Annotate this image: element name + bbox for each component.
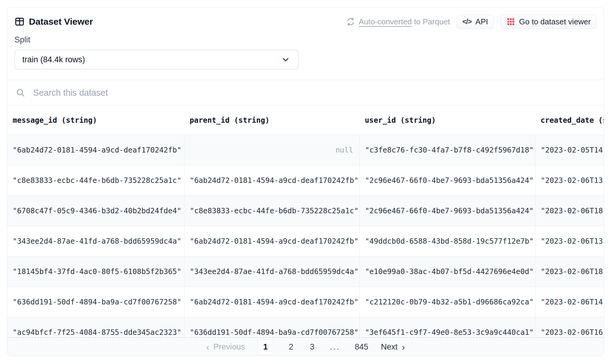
auto-converted-note: Auto-converted to Parquet bbox=[346, 17, 450, 26]
table-cell: "6ab24d72-0181-4594-a9cd-deaf170242fb" bbox=[7, 135, 184, 165]
table-cell: "6ab24d72-0181-4594-a9cd-deaf170242fb" bbox=[184, 287, 359, 317]
chevron-left-icon: ‹ bbox=[206, 343, 209, 352]
next-button[interactable]: Next › bbox=[381, 342, 405, 352]
table-cell: "2c96e467-66f0-4be7-9693-bda51356a424" bbox=[359, 196, 535, 226]
table-cell: null bbox=[184, 135, 359, 165]
split-select[interactable]: train (84.4k rows) bbox=[14, 50, 299, 69]
table-cell: "c212120c-0b79-4b32-a5b1-d96686ca92ca" bbox=[359, 287, 535, 317]
data-table: message_id (string) parent_id (string) u… bbox=[7, 106, 604, 337]
chevron-right-icon: › bbox=[402, 343, 405, 352]
table-row: "ac94bfcf-7f25-4084-8755-dde345ac2323""6… bbox=[7, 317, 604, 337]
previous-label: Previous bbox=[213, 342, 245, 352]
pagination: ‹ Previous 123...845 Next › bbox=[7, 337, 604, 356]
chevron-down-icon bbox=[281, 55, 290, 64]
split-label: Split bbox=[14, 35, 597, 45]
page-title-group: Dataset Viewer bbox=[14, 17, 93, 27]
table-cell: "2023-02-06T13:5 bbox=[535, 165, 604, 196]
table-cell: "ac94bfcf-7f25-4084-8755-dde345ac2323" bbox=[7, 317, 184, 337]
dataset-viewer-card: Dataset Viewer Auto-converted to Parquet… bbox=[7, 7, 604, 356]
table-icon bbox=[14, 17, 25, 27]
table-cell: "636dd191-50df-4894-ba9a-cd7f00767258" bbox=[184, 317, 359, 337]
page-ellipsis: ... bbox=[330, 342, 340, 352]
table-cell: "2c96e467-66f0-4be7-9693-bda51356a424" bbox=[359, 165, 535, 196]
sync-icon bbox=[346, 17, 355, 26]
auto-converted-label: Auto-converted to Parquet bbox=[359, 17, 450, 26]
table-cell: "2023-02-06T13:3 bbox=[535, 226, 604, 256]
table-cell: "6ab24d72-0181-4594-a9cd-deaf170242fb" bbox=[184, 165, 359, 196]
table-cell: "636dd191-50df-4894-ba9a-cd7f00767258" bbox=[7, 287, 184, 317]
table-row: "343ee2d4-87ae-41fd-a768-bdd65959dc4a""6… bbox=[7, 226, 604, 256]
page-button-2[interactable]: 2 bbox=[288, 342, 294, 352]
table-row: "6ab24d72-0181-4594-a9cd-deaf170242fb"nu… bbox=[7, 135, 604, 165]
table-body: "6ab24d72-0181-4594-a9cd-deaf170242fb"nu… bbox=[7, 135, 604, 337]
table-cell: "2023-02-06T14:2 bbox=[535, 287, 604, 317]
goto-dataset-viewer-button[interactable]: Go to dataset viewer bbox=[501, 15, 597, 29]
search-icon bbox=[16, 88, 25, 97]
column-header-message-id: message_id (string) bbox=[7, 106, 184, 135]
goto-button-label: Go to dataset viewer bbox=[519, 17, 591, 26]
page-button-1[interactable]: 1 bbox=[258, 339, 273, 355]
page-list: 123...845 bbox=[258, 339, 368, 355]
table-cell: "c8e83833-ecbc-44fe-b6db-735228c25a1c" bbox=[184, 196, 359, 226]
column-header-parent-id: parent_id (string) bbox=[184, 106, 359, 135]
table-row: "636dd191-50df-4894-ba9a-cd7f00767258""6… bbox=[7, 287, 604, 317]
page-button-845[interactable]: 845 bbox=[355, 342, 368, 352]
table-cell: "2023-02-06T18:4 bbox=[535, 196, 604, 226]
split-select-value: train (84.4k rows) bbox=[22, 55, 85, 64]
next-label: Next bbox=[381, 342, 398, 352]
table-row: "6708c47f-05c9-4346-b3d2-40b2bd24fde4""c… bbox=[7, 196, 604, 226]
search-input[interactable] bbox=[33, 88, 604, 98]
table-cell: "c8e83833-ecbc-44fe-b6db-735228c25a1c" bbox=[7, 165, 184, 196]
table-cell: "2023-02-05T14:2 bbox=[535, 135, 604, 165]
search-bar bbox=[7, 80, 604, 106]
column-header-created-date: created_date (string) bbox=[535, 106, 604, 135]
table-row: "c8e83833-ecbc-44fe-b6db-735228c25a1c""6… bbox=[7, 165, 604, 196]
table-cell: "2023-02-06T18:5 bbox=[535, 256, 604, 287]
table-row: "18145bf4-37fd-4ac0-80f5-6108b5f2b365""3… bbox=[7, 256, 604, 287]
previous-button[interactable]: ‹ Previous bbox=[206, 342, 245, 352]
table-cell: "e10e99a0-38ac-4b07-bf5d-4427696e4e0d" bbox=[359, 256, 535, 287]
page-button-3[interactable]: 3 bbox=[309, 342, 315, 352]
column-header-user-id: user_id (string) bbox=[359, 106, 535, 135]
table-cell: "2023-02-06T16:4 bbox=[535, 317, 604, 337]
table-cell: "6ab24d72-0181-4594-a9cd-deaf170242fb" bbox=[184, 226, 359, 256]
code-icon: </> bbox=[462, 18, 471, 26]
table-cell: "18145bf4-37fd-4ac0-80f5-6108b5f2b365" bbox=[7, 256, 184, 287]
table-cell: "343ee2d4-87ae-41fd-a768-bdd65959dc4a" bbox=[184, 256, 359, 287]
table-cell: "49ddcb0d-6588-43bd-858d-19c577f12e7b" bbox=[359, 226, 535, 256]
table-cell: "c3fe8c76-fc30-4fa7-b7f8-c492f5967d18" bbox=[359, 135, 535, 165]
grid-icon bbox=[506, 17, 515, 26]
table-cell: "343ee2d4-87ae-41fd-a768-bdd65959dc4a" bbox=[7, 226, 184, 256]
table-header-row: message_id (string) parent_id (string) u… bbox=[7, 106, 604, 135]
api-button[interactable]: </> API bbox=[457, 15, 494, 29]
table-cell: "6708c47f-05c9-4346-b3d2-40b2bd24fde4" bbox=[7, 196, 184, 226]
api-button-label: API bbox=[476, 17, 488, 26]
table-cell: "3ef645f1-c9f7-49e0-8e53-3c9a9c440ca1" bbox=[359, 317, 535, 337]
page-title: Dataset Viewer bbox=[29, 17, 93, 27]
card-header: Dataset Viewer Auto-converted to Parquet… bbox=[7, 8, 604, 80]
